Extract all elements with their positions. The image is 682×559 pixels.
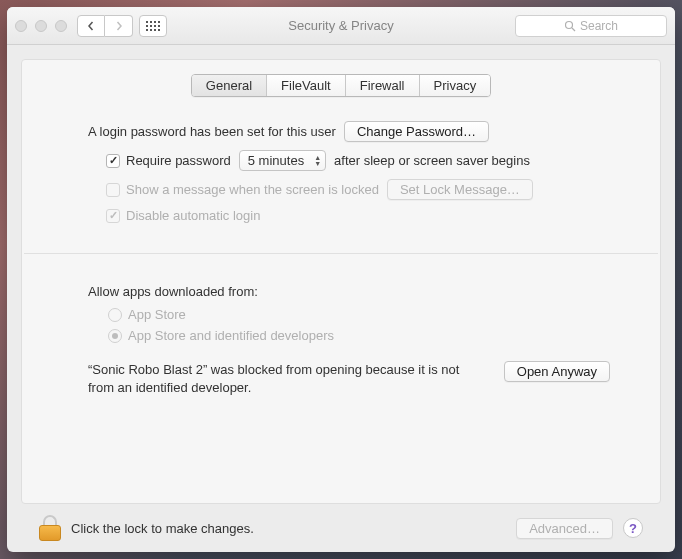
tab-bar: General FileVault Firewall Privacy	[22, 74, 660, 97]
minimize-icon[interactable]	[35, 20, 47, 32]
advanced-button[interactable]: Advanced…	[516, 518, 613, 539]
grid-icon	[146, 21, 160, 31]
svg-point-0	[565, 21, 572, 28]
help-button[interactable]: ?	[623, 518, 643, 538]
password-section: A login password has been set for this u…	[22, 97, 660, 253]
search-icon	[564, 20, 576, 32]
chevron-updown-icon: ▲▼	[314, 155, 321, 167]
open-anyway-button[interactable]: Open Anyway	[504, 361, 610, 382]
show-all-button[interactable]	[139, 15, 167, 37]
require-password-checkbox[interactable]	[106, 154, 120, 168]
tab-filevault[interactable]: FileVault	[267, 75, 346, 96]
tab-privacy[interactable]: Privacy	[420, 75, 491, 96]
require-password-delay-select[interactable]: 5 minutes ▲▼	[239, 150, 326, 171]
password-set-label: A login password has been set for this u…	[88, 124, 336, 139]
back-button[interactable]	[77, 15, 105, 37]
gatekeeper-section: Allow apps downloaded from: App Store Ap…	[22, 254, 660, 406]
main-panel: General FileVault Firewall Privacy A log…	[21, 59, 661, 504]
search-placeholder: Search	[580, 19, 618, 33]
show-message-checkbox	[106, 183, 120, 197]
show-message-label: Show a message when the screen is locked	[126, 182, 379, 197]
preferences-window: Security & Privacy Search General FileVa…	[7, 7, 675, 552]
require-password-suffix: after sleep or screen saver begins	[334, 153, 530, 168]
tab-firewall[interactable]: Firewall	[346, 75, 420, 96]
radio-identified	[108, 329, 122, 343]
radio-identified-label: App Store and identified developers	[128, 328, 334, 343]
traffic-lights	[15, 20, 67, 32]
radio-appstore	[108, 308, 122, 322]
footer: Click the lock to make changes. Advanced…	[21, 504, 661, 552]
svg-line-1	[572, 28, 575, 31]
disable-auto-login-checkbox	[106, 209, 120, 223]
radio-appstore-label: App Store	[128, 307, 186, 322]
forward-button[interactable]	[105, 15, 133, 37]
change-password-button[interactable]: Change Password…	[344, 121, 489, 142]
titlebar: Security & Privacy Search	[7, 7, 675, 45]
set-lock-message-button: Set Lock Message…	[387, 179, 533, 200]
blocked-app-message: “Sonic Robo Blast 2” was blocked from op…	[88, 361, 488, 396]
close-icon[interactable]	[15, 20, 27, 32]
content-area: General FileVault Firewall Privacy A log…	[7, 45, 675, 552]
zoom-icon[interactable]	[55, 20, 67, 32]
lock-hint-label: Click the lock to make changes.	[71, 521, 254, 536]
disable-auto-login-label: Disable automatic login	[126, 208, 260, 223]
require-password-label: Require password	[126, 153, 231, 168]
tab-general[interactable]: General	[192, 75, 267, 96]
require-password-delay-value: 5 minutes	[248, 153, 304, 168]
lock-icon[interactable]	[39, 515, 61, 541]
search-input[interactable]: Search	[515, 15, 667, 37]
allow-apps-label: Allow apps downloaded from:	[88, 284, 610, 299]
